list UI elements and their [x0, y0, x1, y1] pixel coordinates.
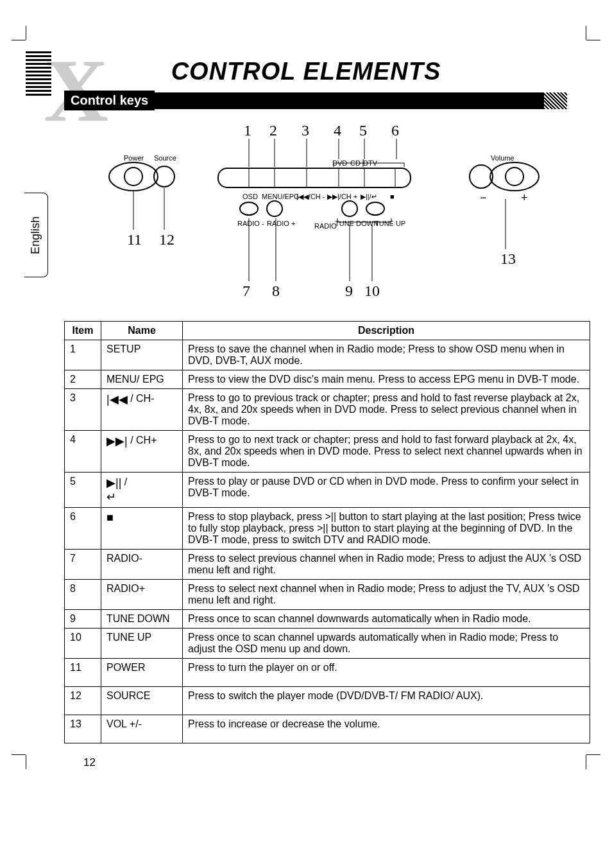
enter-icon: ↵	[106, 490, 116, 503]
section-title: Control keys	[64, 91, 155, 110]
table-row: 8RADIO+Press to select next channel when…	[65, 580, 590, 610]
th-desc: Description	[183, 322, 590, 340]
table-row: 5 ▶|| / ↵ Press to play or pause DVD or …	[65, 473, 590, 508]
table-row: 6 ■ Press to stop playback, press >|| bu…	[65, 508, 590, 550]
svg-point-1	[124, 168, 142, 186]
svg-point-23	[240, 202, 258, 215]
svg-rect-5	[218, 168, 411, 187]
svg-point-25	[342, 201, 357, 216]
svg-point-34	[470, 165, 493, 188]
table-row: 13VOL +/-Press to increase or decrease t…	[65, 715, 590, 743]
table-row: 2MENU/ EPGPress to view the DVD disc's m…	[65, 370, 590, 389]
header-ornament: X	[26, 51, 71, 122]
svg-point-24	[267, 201, 282, 216]
table-row: 11POWERPress to turn the player on or of…	[65, 659, 590, 687]
svg-point-2	[154, 166, 174, 187]
control-diagram: 1 2 3 4 5 6 11 12 7 8 9 10 13 Power Sour…	[83, 122, 548, 308]
th-name: Name	[101, 322, 183, 340]
svg-point-26	[366, 202, 384, 215]
table-row: 10TUNE UPPress once to scan channel upwa…	[65, 629, 590, 659]
svg-point-35	[490, 162, 539, 191]
table-row: 7RADIO-Press to select previous channel …	[65, 550, 590, 580]
table-row: 9TUNE DOWNPress once to scan channel dow…	[65, 610, 590, 629]
play-pause-icon: ▶||	[106, 476, 121, 489]
th-item: Item	[65, 322, 101, 340]
svg-point-0	[109, 162, 158, 191]
table-row: 4 ▶▶| / CH+ Press to go to next track or…	[65, 431, 590, 473]
page-number: 12	[83, 756, 567, 769]
table-row: 3 |◀◀ / CH- Press to go to previous trac…	[65, 389, 590, 431]
language-tab: English	[24, 193, 48, 277]
language-label: English	[30, 216, 43, 254]
prev-track-icon: |◀◀	[106, 393, 128, 406]
section-header: Control keys	[45, 91, 567, 110]
svg-point-36	[506, 168, 523, 186]
page-title: CONTROL ELEMENTS	[45, 58, 567, 85]
table-row: 1SETUPPress to save the channel when in …	[65, 340, 590, 370]
control-table: Item Name Description 1SETUPPress to sav…	[64, 321, 590, 743]
next-track-icon: ▶▶|	[106, 435, 128, 447]
stop-icon: ■	[106, 511, 114, 524]
table-row: 12SOURCEPress to switch the player mode …	[65, 687, 590, 715]
